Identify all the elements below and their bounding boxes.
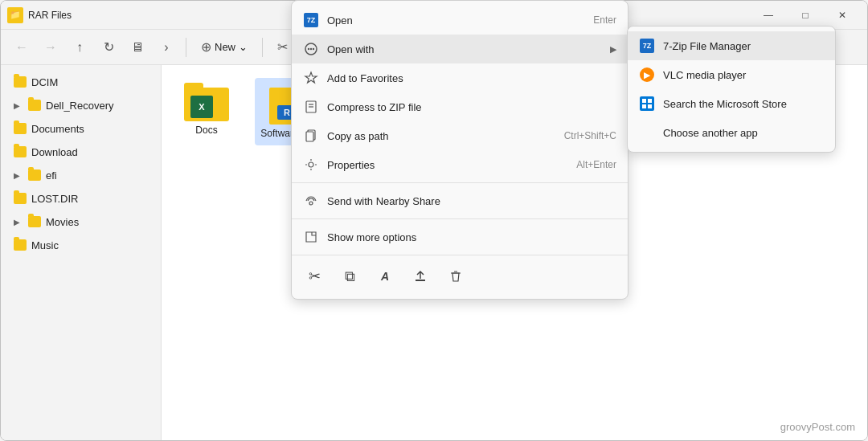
minimize-button[interactable]: —: [750, 3, 787, 27]
ctx-copy-button[interactable]: ⧉: [338, 265, 361, 288]
sidebar-item-music[interactable]: Music: [4, 234, 158, 256]
store-icon: [639, 96, 655, 112]
ctx-open-with-label: Open with: [327, 43, 597, 55]
submenu-vlc-label: VLC media player: [663, 69, 746, 81]
toolbar-separator: [186, 38, 186, 57]
file-item-docs[interactable]: X Docs: [174, 78, 239, 145]
window-icon: 📁: [7, 7, 23, 23]
submenu-store-label: Search the Microsoft Store: [663, 98, 787, 110]
submenu-7zip-label: 7-Zip File Manager: [663, 40, 751, 52]
svg-rect-12: [648, 99, 652, 103]
ctx-open-with-arrow: ▶: [610, 44, 616, 55]
sidebar-item-label: Download: [31, 146, 78, 158]
favorites-icon: [303, 70, 319, 86]
svg-point-10: [309, 202, 313, 205]
expand-icon: ▶: [14, 218, 23, 227]
nearby-share-icon: [303, 193, 319, 209]
back-button[interactable]: ←: [9, 35, 35, 60]
sidebar: DCIM ▶ Dell_Recovery Documents Download …: [1, 65, 162, 440]
ctx-copy-path[interactable]: Copy as path Ctrl+Shift+C: [292, 121, 628, 150]
new-chevron-icon: ⌄: [239, 41, 248, 53]
sidebar-item-label: Movies: [46, 216, 79, 228]
properties-icon: [303, 157, 319, 173]
ctx-divider-2: [292, 218, 628, 219]
ctx-open-label: Open: [327, 14, 585, 27]
submenu-vlc[interactable]: ▶ VLC media player: [628, 60, 835, 89]
ctx-divider-3: [292, 255, 628, 255]
folder-icon: [14, 123, 27, 134]
monitor-button[interactable]: 🖥: [125, 35, 150, 60]
sidebar-item-documents[interactable]: Documents: [4, 117, 158, 140]
folder-icon: [28, 216, 41, 227]
sidebar-item-label: DCIM: [31, 76, 58, 88]
choose-app-icon: [639, 125, 655, 141]
svg-rect-8: [306, 132, 313, 141]
folder-icon: [14, 239, 27, 251]
nav-more-button[interactable]: ›: [154, 35, 179, 60]
expand-icon: ▶: [14, 171, 23, 180]
ctx-compress-label: Compress to ZIP file: [327, 101, 616, 113]
sidebar-item-download[interactable]: Download: [4, 141, 158, 163]
svg-rect-11: [642, 99, 646, 103]
ctx-rename-button[interactable]: A: [374, 265, 396, 288]
maximize-button[interactable]: □: [787, 3, 824, 27]
close-button[interactable]: ✕: [824, 3, 861, 27]
sidebar-item-label: efi: [46, 169, 57, 182]
ctx-favorites-label: Add to Favorites: [327, 72, 616, 84]
submenu-7zip[interactable]: 7Z 7-Zip File Manager: [628, 31, 835, 60]
submenu-choose-label: Choose another app: [663, 127, 758, 139]
ctx-cut-button[interactable]: ✂: [303, 265, 326, 288]
submenu-store[interactable]: Search the Microsoft Store: [628, 89, 835, 118]
folder-icon: [28, 100, 41, 111]
folder-icon: [14, 76, 27, 88]
7zip-icon: 7Z: [639, 38, 655, 54]
sidebar-item-label: LOST.DIR: [31, 193, 79, 205]
svg-rect-13: [642, 104, 646, 108]
ctx-favorites[interactable]: Add to Favorites: [292, 63, 628, 92]
submenu-open-with: 7Z 7-Zip File Manager ▶ VLC media player…: [627, 26, 836, 153]
sidebar-item-label: Dell_Recovery: [46, 100, 114, 112]
folder-icon: [28, 169, 41, 181]
ctx-copy-path-shortcut: Ctrl+Shift+C: [564, 130, 616, 141]
ctx-copy-path-label: Copy as path: [327, 130, 556, 142]
ctx-more-options-label: Show more options: [327, 231, 616, 243]
sidebar-item-dell[interactable]: ▶ Dell_Recovery: [4, 94, 158, 116]
sidebar-item-label: Music: [31, 239, 59, 251]
folder-large-icon: X: [184, 83, 229, 121]
submenu-choose-app[interactable]: Choose another app: [628, 118, 835, 147]
open-icon: 7Z: [303, 12, 319, 28]
ctx-nearby-share[interactable]: Send with Nearby Share: [292, 186, 628, 215]
svg-point-9: [309, 162, 313, 167]
sidebar-item-movies[interactable]: ▶ Movies: [4, 210, 158, 233]
ctx-share-button[interactable]: [409, 265, 432, 288]
sidebar-item-efi[interactable]: ▶ efi: [4, 164, 158, 186]
vlc-icon: ▶: [639, 67, 655, 83]
more-options-icon: [303, 229, 319, 245]
ctx-compress[interactable]: Compress to ZIP file: [292, 92, 628, 121]
excel-overlay-icon: X: [190, 96, 213, 118]
ctx-properties[interactable]: Properties Alt+Enter: [292, 150, 628, 179]
ctx-more-options[interactable]: Show more options: [292, 223, 628, 251]
file-label: Docs: [195, 125, 217, 137]
sidebar-item-lostdir[interactable]: LOST.DIR: [4, 187, 158, 210]
up-button[interactable]: ↑: [67, 35, 92, 60]
ctx-delete-button[interactable]: [444, 265, 467, 288]
refresh-button[interactable]: ↻: [96, 35, 121, 60]
sidebar-item-dcim[interactable]: DCIM: [4, 71, 158, 93]
new-button[interactable]: ⊕ New ⌄: [193, 35, 256, 60]
ctx-bottom-icons: ✂ ⧉ A: [292, 259, 628, 294]
svg-point-3: [313, 48, 314, 50]
ctx-open[interactable]: 7Z Open Enter: [292, 6, 628, 35]
new-label: New: [215, 41, 235, 53]
sidebar-item-label: Documents: [31, 123, 84, 135]
toolbar-separator-2: [262, 38, 263, 57]
ctx-open-with[interactable]: Open with ▶: [292, 35, 628, 63]
7zip-app-icon: 7Z: [640, 39, 654, 53]
forward-button[interactable]: →: [38, 35, 63, 60]
expand-icon: ▶: [14, 101, 23, 110]
copy-path-icon: [303, 128, 319, 144]
watermark: groovyPost.com: [780, 421, 855, 433]
ctx-nearby-label: Send with Nearby Share: [327, 195, 616, 207]
ctx-properties-shortcut: Alt+Enter: [576, 159, 616, 170]
ctx-properties-label: Properties: [327, 159, 568, 171]
